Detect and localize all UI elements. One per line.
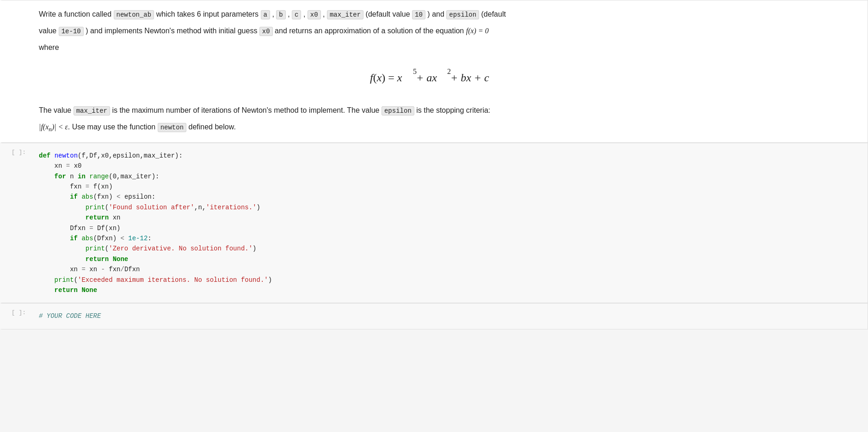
epsilon-code: epsilon xyxy=(382,106,414,116)
x0-ref: x0 xyxy=(259,27,273,36)
formula-svg: f(x) = x 5 + ax 2 + bx + c xyxy=(370,65,527,88)
your-code-cell[interactable]: [ ]: # YOUR CODE HERE xyxy=(0,303,868,329)
math-formula: f(x) = x 5 + ax 2 + bx + c xyxy=(39,65,858,93)
newton-code-content: def newton(f,Df,x0,epsilon,max_iter): xn… xyxy=(30,143,868,303)
epsilon-default-text: value xyxy=(39,27,59,35)
func-name: newton_ab xyxy=(114,10,154,19)
svg-text:+ ax: + ax xyxy=(416,72,437,84)
intro-paragraph2: value 1e-10 ) and implements Newton's me… xyxy=(39,24,858,37)
max-iter-code: max_iter xyxy=(74,106,110,116)
markdown-cell-number xyxy=(2,0,30,18)
intro-paragraph: Write a function called newton_ab which … xyxy=(39,8,858,21)
param-c: c xyxy=(292,10,301,19)
markdown-cell-content: Write a function called newton_ab which … xyxy=(30,0,868,142)
newton-code-cell[interactable]: [ ]: def newton(f,Df,x0,epsilon,max_iter… xyxy=(0,143,868,303)
param-a: a xyxy=(261,10,270,19)
code-block-newton: def newton(f,Df,x0,epsilon,max_iter): xn… xyxy=(39,151,858,295)
newton-ref: newton xyxy=(158,123,186,132)
intro-text: Write a function called xyxy=(39,10,114,18)
default-epsilon: 1e-10 xyxy=(59,27,84,36)
param-b: b xyxy=(276,10,285,19)
param-text: which takes 6 input parameters xyxy=(156,10,261,18)
your-code-content: # YOUR CODE HERE xyxy=(30,304,868,329)
equation-inline: f(x) = 0 xyxy=(466,27,489,35)
stopping-criteria-text: |f(xn)| < ε xyxy=(39,123,68,131)
markdown-cell: Write a function called newton_ab which … xyxy=(0,0,868,143)
svg-text:f(x) = x: f(x) = x xyxy=(370,72,402,84)
max-iter-label: The value xyxy=(39,106,74,114)
cell-number-2: [ ]: xyxy=(2,304,30,322)
param-max-iter: max_iter xyxy=(327,10,363,19)
default-max-iter: 10 xyxy=(412,10,425,19)
svg-text:+ bx + c: + bx + c xyxy=(450,72,489,84)
cell-number-1: [ ]: xyxy=(2,143,30,161)
notebook-container: Write a function called newton_ab which … xyxy=(0,0,868,329)
param-x0: x0 xyxy=(308,10,321,19)
param-epsilon: epsilon xyxy=(446,10,479,19)
code-block-yours: # YOUR CODE HERE xyxy=(39,311,858,321)
where-paragraph: where xyxy=(39,41,858,54)
stopping-criteria-paragraph: |f(xn)| < ε. Use may use the function ne… xyxy=(39,121,858,135)
where-text: where xyxy=(39,43,59,51)
max-iter-paragraph: The value max_iter is the maximum number… xyxy=(39,104,858,117)
